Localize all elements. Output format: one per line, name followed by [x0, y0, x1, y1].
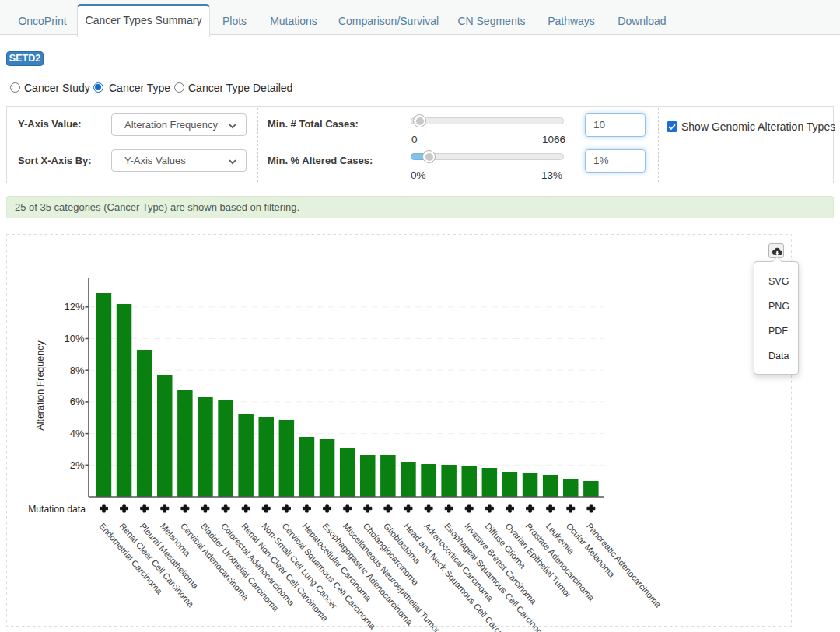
svg-text:Pancreatic Adenocarcinoma: Pancreatic Adenocarcinoma [585, 521, 663, 609]
svg-text:10%: 10% [64, 333, 84, 344]
svg-text:Alteration Frequency: Alteration Frequency [35, 340, 46, 431]
svg-text:4%: 4% [70, 428, 85, 439]
svg-text:6%: 6% [70, 396, 85, 407]
svg-text:2%: 2% [70, 459, 85, 471]
svg-text:Mutation data: Mutation data [28, 504, 86, 515]
svg-text:12%: 12% [64, 301, 84, 313]
svg-text:8%: 8% [70, 365, 85, 376]
